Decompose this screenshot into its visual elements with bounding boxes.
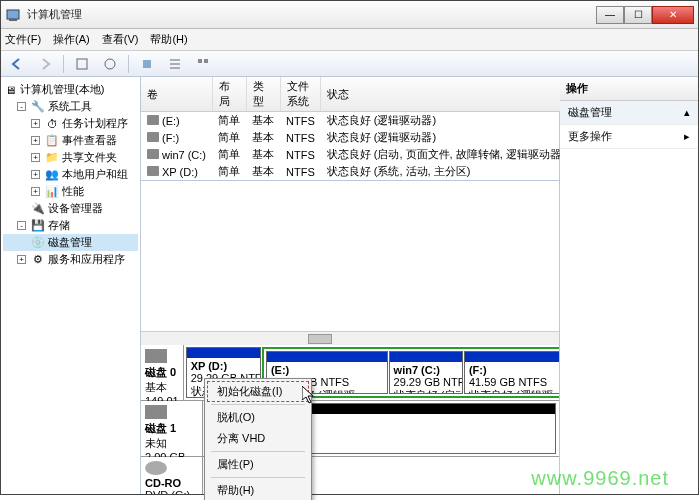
- collapse-icon[interactable]: -: [17, 221, 26, 230]
- col-status[interactable]: 状态: [321, 77, 571, 112]
- tree-storage[interactable]: -💾存储: [3, 217, 138, 234]
- disk-icon: [145, 349, 167, 363]
- svg-rect-4: [143, 60, 151, 68]
- col-fs[interactable]: 文件系统: [280, 77, 321, 112]
- detail-button[interactable]: [193, 54, 213, 74]
- minimize-button[interactable]: —: [596, 6, 624, 24]
- actions-header: 操作: [560, 77, 698, 101]
- separator: [63, 55, 64, 73]
- col-layout[interactable]: 布局: [212, 77, 246, 112]
- volume-icon: [147, 115, 159, 125]
- cdrom-header[interactable]: CD-RO DVD (G:): [141, 457, 203, 495]
- volume-icon: [147, 132, 159, 142]
- actions-disk-mgmt[interactable]: 磁盘管理▴: [560, 101, 698, 125]
- forward-button[interactable]: [35, 54, 55, 74]
- volume-list: 卷 布局 类型 文件系统 状态 容量 可用空 (E:)简单基本NTFS状态良好 …: [141, 77, 559, 181]
- svg-rect-2: [77, 59, 87, 69]
- close-button[interactable]: ✕: [652, 6, 694, 24]
- ctx-properties[interactable]: 属性(P): [207, 454, 309, 475]
- scheduler-icon: ⏱: [45, 117, 59, 131]
- services-icon: ⚙: [31, 253, 45, 267]
- expand-icon[interactable]: +: [31, 119, 40, 128]
- expand-icon[interactable]: +: [31, 187, 40, 196]
- tree-disk-management[interactable]: 💿磁盘管理: [3, 234, 138, 251]
- users-icon: 👥: [45, 168, 59, 182]
- expand-icon[interactable]: +: [17, 255, 26, 264]
- maximize-button[interactable]: ☐: [624, 6, 652, 24]
- disk-1-header[interactable]: 磁盘 1 未知 2.00 GB 没有初始化: [141, 401, 203, 456]
- partition-f[interactable]: (F:)41.59 GB NTFS状态良好 (逻辑驱: [464, 351, 559, 394]
- back-button[interactable]: [7, 54, 27, 74]
- help-button[interactable]: [137, 54, 157, 74]
- storage-icon: 💾: [31, 219, 45, 233]
- disk-icon: [145, 405, 167, 419]
- svg-rect-5: [198, 59, 202, 63]
- svg-rect-6: [204, 59, 208, 63]
- separator: [211, 451, 305, 452]
- dropdown-icon: ▴: [684, 106, 690, 119]
- actions-more[interactable]: 更多操作▸: [560, 125, 698, 149]
- cdrom-icon: [145, 461, 167, 475]
- tree-event-viewer[interactable]: +📋事件查看器: [3, 132, 138, 149]
- horizontal-scrollbar[interactable]: [141, 331, 559, 345]
- refresh-button[interactable]: [72, 54, 92, 74]
- menu-view[interactable]: 查看(V): [102, 32, 139, 47]
- disk-type: 基本: [145, 381, 167, 393]
- computer-icon: 🖥: [3, 83, 17, 97]
- context-menu: 初始化磁盘(I) 脱机(O) 分离 VHD 属性(P) 帮助(H): [204, 378, 312, 500]
- app-icon: [5, 7, 21, 23]
- tools-icon: 🔧: [31, 100, 45, 114]
- tree-performance[interactable]: +📊性能: [3, 183, 138, 200]
- ctx-detach-vhd[interactable]: 分离 VHD: [207, 428, 309, 449]
- titlebar[interactable]: 计算机管理 — ☐ ✕: [1, 1, 698, 29]
- expand-icon[interactable]: +: [31, 170, 40, 179]
- separator: [211, 404, 305, 405]
- scroll-thumb[interactable]: [308, 334, 332, 344]
- tree-local-users[interactable]: +👥本地用户和组: [3, 166, 138, 183]
- tree-device-manager[interactable]: 🔌设备管理器: [3, 200, 138, 217]
- svg-point-3: [105, 59, 115, 69]
- tree-shared-folders[interactable]: +📁共享文件夹: [3, 149, 138, 166]
- disk-0-header[interactable]: 磁盘 0 基本 149.01 GB 联机: [141, 345, 184, 400]
- list-button[interactable]: [165, 54, 185, 74]
- col-type[interactable]: 类型: [246, 77, 280, 112]
- disk-title: CD-RO: [145, 477, 181, 489]
- dvd-label: DVD (G:): [145, 489, 190, 495]
- separator: [211, 477, 305, 478]
- window-title: 计算机管理: [27, 7, 596, 22]
- collapse-icon[interactable]: -: [17, 102, 26, 111]
- partition-win7-c[interactable]: win7 (C:)29.29 GB NTFS状态良好 (启动,: [389, 351, 463, 394]
- properties-button[interactable]: [100, 54, 120, 74]
- volume-icon: [147, 166, 159, 176]
- ctx-help[interactable]: 帮助(H): [207, 480, 309, 500]
- event-icon: 📋: [45, 134, 59, 148]
- col-volume[interactable]: 卷: [141, 77, 212, 112]
- disk-title: 磁盘 1: [145, 422, 176, 434]
- menu-help[interactable]: 帮助(H): [150, 32, 187, 47]
- tree-task-scheduler[interactable]: +⏱任务计划程序: [3, 115, 138, 132]
- actions-pane: 操作 磁盘管理▴ 更多操作▸: [560, 77, 698, 494]
- tree-root[interactable]: 🖥计算机管理(本地): [3, 81, 138, 98]
- ctx-offline[interactable]: 脱机(O): [207, 407, 309, 428]
- volume-icon: [147, 149, 159, 159]
- device-icon: 🔌: [31, 202, 45, 216]
- menubar: 文件(F) 操作(A) 查看(V) 帮助(H): [1, 29, 698, 51]
- disk-icon: 💿: [31, 236, 45, 250]
- ctx-initialize-disk[interactable]: 初始化磁盘(I): [207, 381, 309, 402]
- svg-rect-0: [7, 10, 19, 19]
- expand-icon[interactable]: +: [31, 136, 40, 145]
- chevron-right-icon: ▸: [684, 130, 690, 143]
- svg-rect-1: [9, 19, 17, 21]
- expand-icon[interactable]: +: [31, 153, 40, 162]
- tree-services[interactable]: +⚙服务和应用程序: [3, 251, 138, 268]
- tree-system-tools[interactable]: -🔧系统工具: [3, 98, 138, 115]
- disk-title: 磁盘 0: [145, 366, 176, 378]
- toolbar: [1, 51, 698, 77]
- disk-type: 未知: [145, 437, 167, 449]
- menu-file[interactable]: 文件(F): [5, 32, 41, 47]
- perf-icon: 📊: [45, 185, 59, 199]
- separator: [128, 55, 129, 73]
- folder-icon: 📁: [45, 151, 59, 165]
- menu-action[interactable]: 操作(A): [53, 32, 90, 47]
- tree-pane: 🖥计算机管理(本地) -🔧系统工具 +⏱任务计划程序 +📋事件查看器 +📁共享文…: [1, 77, 141, 494]
